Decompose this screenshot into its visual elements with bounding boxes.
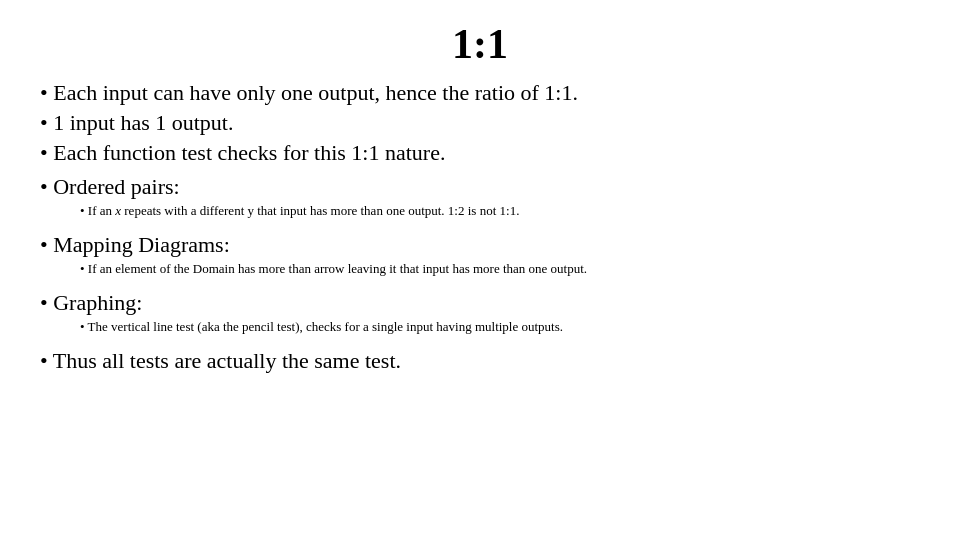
list-item-3: Each function test checks for this 1:1 n… [40,140,920,166]
graphing-section: Graphing: The vertical line test (aka th… [40,290,920,340]
mapping-diagrams-heading: Mapping Diagrams: [40,232,920,258]
ordered-pairs-heading: Ordered pairs: [40,174,920,200]
page: 1:1 Each input can have only one output,… [0,0,960,540]
page-title: 1:1 [40,20,920,68]
mapping-diagrams-item: If an element of the Domain has more tha… [80,260,920,279]
graphing-item: The vertical line test (aka the pencil t… [80,318,920,337]
graphing-heading: Graphing: [40,290,920,316]
list-item-1: Each input can have only one output, hen… [40,80,920,106]
ordered-pairs-sublist: If an x repeats with a different y that … [80,202,920,221]
mapping-diagrams-section: Mapping Diagrams: If an element of the D… [40,232,920,282]
mapping-diagrams-sublist: If an element of the Domain has more tha… [80,260,920,279]
ordered-pairs-section: Ordered pairs: If an x repeats with a di… [40,174,920,224]
main-list: Each input can have only one output, hen… [40,80,920,170]
list-item-last: Thus all tests are actually the same tes… [40,348,920,374]
list-item-2: 1 input has 1 output. [40,110,920,136]
graphing-sublist: The vertical line test (aka the pencil t… [80,318,920,337]
ordered-pairs-item: If an x repeats with a different y that … [80,202,920,221]
